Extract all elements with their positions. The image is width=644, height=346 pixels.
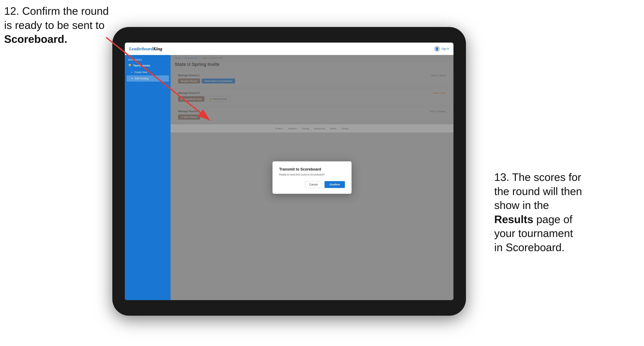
- modal-overlay: Transmit to Scoreboard Ready to send thi…: [170, 55, 454, 300]
- transmit-modal: Transmit to Scoreboard Ready to send thi…: [272, 161, 352, 194]
- modal-confirm-button[interactable]: Confirm: [324, 181, 345, 188]
- modal-subtitle: Ready to send this round to Scoreboard?: [279, 173, 345, 176]
- annotation-bold: Scoreboard.: [4, 33, 67, 45]
- create-new-label: Create New: [134, 71, 147, 74]
- sidebar-item-tournaments[interactable]: 🏆 Tournaments: [125, 62, 170, 69]
- sidebar-item-create-new[interactable]: + Create New: [125, 69, 170, 75]
- modal-title: Transmit to Scoreboard: [279, 167, 345, 172]
- trophy-icon: 🏆: [128, 64, 132, 67]
- plus-icon: +: [131, 71, 132, 74]
- annotation-line2: is ready to be sent to: [4, 19, 105, 31]
- annotation-line1: 12. Confirm the round: [4, 5, 109, 17]
- annotation-right: 13. The scores forthe round will thensho…: [494, 170, 640, 255]
- app-header: LeaderboardKing 👤 Sign In: [125, 43, 454, 55]
- annotation-results-bold: Results: [494, 213, 533, 225]
- annotation-top-left: 12. Confirm the round is ready to be sen…: [4, 4, 109, 46]
- avatar: 👤: [434, 46, 440, 52]
- logo-king: King: [153, 46, 162, 51]
- modal-cancel-button[interactable]: Cancel: [305, 181, 322, 188]
- signin-label[interactable]: Sign In: [442, 47, 449, 50]
- sidebar: MAIN MENU 🏆 Tournaments + Create New ✏ E…: [125, 55, 170, 300]
- sidebar-item-edit-existing[interactable]: ✏ Edit Existing: [126, 75, 169, 82]
- edit-icon: ✏: [131, 77, 133, 80]
- sidebar-tournaments-label: Tournaments: [133, 64, 150, 67]
- tablet-device: LeaderboardKing 👤 Sign In MAIN MENU 🏆 To…: [112, 27, 466, 316]
- logo-leaderboard: Le: [129, 46, 134, 51]
- app-logo: LeaderboardKing: [129, 46, 162, 51]
- logo-aderboard: aderboard: [134, 46, 153, 51]
- modal-buttons: Cancel Confirm: [279, 181, 345, 188]
- edit-existing-label: Edit Existing: [135, 77, 148, 80]
- tablet-screen: LeaderboardKing 👤 Sign In MAIN MENU 🏆 To…: [125, 43, 454, 300]
- page-content: Home / Tournaments / State U Spring Invi…: [170, 55, 454, 300]
- main-content: MAIN MENU 🏆 Tournaments + Create New ✏ E…: [125, 55, 454, 300]
- sidebar-section-label: MAIN MENU: [125, 57, 170, 62]
- header-right: 👤 Sign In: [434, 46, 449, 52]
